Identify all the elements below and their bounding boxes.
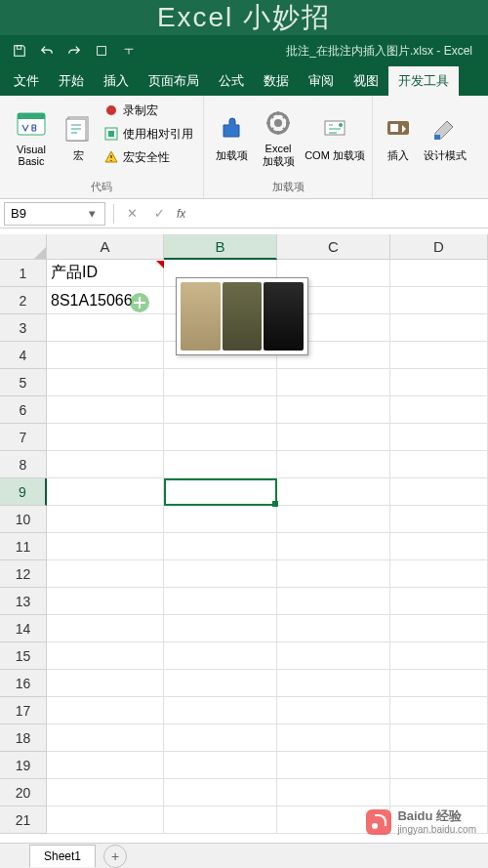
cell-C20[interactable] [277, 779, 390, 806]
comment-popup[interactable] [176, 277, 308, 355]
cell-C13[interactable] [277, 588, 390, 615]
cell-B8[interactable] [164, 451, 277, 478]
cell-B9[interactable] [164, 478, 277, 506]
select-all-corner[interactable] [0, 234, 47, 260]
row-header-17[interactable]: 17 [0, 697, 47, 724]
cell-B10[interactable] [164, 506, 277, 533]
cell-B20[interactable] [164, 779, 277, 806]
cell-D2[interactable] [390, 287, 488, 314]
cell-A4[interactable] [47, 342, 164, 369]
cell-B13[interactable] [164, 588, 277, 615]
cell-A9[interactable] [47, 478, 164, 506]
macros-button[interactable]: 宏 [61, 100, 96, 176]
excel-addins-button[interactable]: Excel 加载项 [257, 100, 300, 176]
col-header-A[interactable]: A [47, 234, 164, 260]
sheet-tab-sheet1[interactable]: Sheet1 [29, 845, 96, 867]
cell-A17[interactable] [47, 697, 164, 724]
cell-A19[interactable] [47, 752, 164, 779]
cell-A7[interactable] [47, 424, 164, 451]
cell-A1[interactable]: 产品ID [47, 260, 164, 287]
tab-home[interactable]: 开始 [49, 66, 94, 96]
row-header-11[interactable]: 11 [0, 533, 47, 560]
comment-indicator[interactable] [156, 261, 164, 269]
cell-C19[interactable] [277, 752, 390, 779]
cell-D12[interactable] [390, 560, 488, 588]
cell-D14[interactable] [390, 615, 488, 642]
enter-formula-button[interactable]: ✓ [145, 202, 173, 226]
addins-button[interactable]: 加载项 [210, 100, 253, 176]
cell-D13[interactable] [390, 588, 488, 615]
col-header-C[interactable]: C [277, 234, 390, 260]
cell-D4[interactable] [390, 342, 488, 369]
cell-A5[interactable] [47, 369, 164, 396]
cell-D18[interactable] [390, 724, 488, 752]
row-header-9[interactable]: 9 [0, 478, 47, 506]
cell-C16[interactable] [277, 670, 390, 697]
cell-B18[interactable] [164, 724, 277, 752]
cell-C7[interactable] [277, 424, 390, 451]
cell-D17[interactable] [390, 697, 488, 724]
cell-A13[interactable] [47, 588, 164, 615]
cell-B15[interactable] [164, 642, 277, 670]
row-header-21[interactable]: 21 [0, 806, 47, 834]
row-header-7[interactable]: 7 [0, 424, 47, 451]
cell-A16[interactable] [47, 670, 164, 697]
cell-C14[interactable] [277, 615, 390, 642]
row-header-1[interactable]: 1 [0, 260, 47, 287]
qat-customize-button[interactable] [90, 39, 113, 62]
undo-button[interactable] [35, 39, 59, 62]
relative-ref-button[interactable]: 使用相对引用 [100, 123, 197, 145]
cell-D8[interactable] [390, 451, 488, 478]
row-header-12[interactable]: 12 [0, 560, 47, 588]
name-box-dropdown-icon[interactable]: ▾ [85, 206, 99, 221]
visual-basic-button[interactable]: Visual Basic [6, 100, 57, 176]
row-header-3[interactable]: 3 [0, 314, 47, 342]
col-header-D[interactable]: D [390, 234, 488, 260]
cell-C6[interactable] [277, 396, 390, 424]
row-header-8[interactable]: 8 [0, 451, 47, 478]
cell-D9[interactable] [390, 478, 488, 506]
macro-security-button[interactable]: 宏安全性 [100, 146, 197, 168]
cell-C12[interactable] [277, 560, 390, 588]
cell-C18[interactable] [277, 724, 390, 752]
cell-A10[interactable] [47, 506, 164, 533]
cell-D11[interactable] [390, 533, 488, 560]
cell-A20[interactable] [47, 779, 164, 806]
cell-B11[interactable] [164, 533, 277, 560]
row-header-13[interactable]: 13 [0, 588, 47, 615]
qat-more-button[interactable] [117, 39, 141, 62]
cell-C9[interactable] [277, 478, 390, 506]
cell-A12[interactable] [47, 560, 164, 588]
row-header-10[interactable]: 10 [0, 506, 47, 533]
tab-review[interactable]: 审阅 [299, 66, 344, 96]
name-box[interactable]: B9 ▾ [4, 202, 105, 226]
cell-D1[interactable] [390, 260, 488, 287]
cell-C11[interactable] [277, 533, 390, 560]
cell-A21[interactable] [47, 806, 164, 834]
cell-A3[interactable] [47, 314, 164, 342]
cell-A14[interactable] [47, 615, 164, 642]
col-header-B[interactable]: B [164, 234, 277, 260]
cell-B16[interactable] [164, 670, 277, 697]
cell-D16[interactable] [390, 670, 488, 697]
row-header-15[interactable]: 15 [0, 642, 47, 670]
cell-D7[interactable] [390, 424, 488, 451]
cell-A6[interactable] [47, 396, 164, 424]
cell-B7[interactable] [164, 424, 277, 451]
tab-developer[interactable]: 开发工具 [388, 66, 459, 96]
fx-icon[interactable]: fx [177, 207, 185, 221]
com-addins-button[interactable]: COM 加载项 [304, 100, 366, 176]
tab-file[interactable]: 文件 [4, 66, 49, 96]
formula-input[interactable] [185, 202, 488, 226]
cell-D6[interactable] [390, 396, 488, 424]
add-sheet-button[interactable]: + [103, 845, 127, 868]
redo-button[interactable] [62, 39, 86, 62]
row-header-20[interactable]: 20 [0, 779, 47, 806]
cell-D19[interactable] [390, 752, 488, 779]
row-header-5[interactable]: 5 [0, 369, 47, 396]
save-button[interactable] [8, 39, 31, 62]
row-header-18[interactable]: 18 [0, 724, 47, 752]
record-macro-button[interactable]: 录制宏 [100, 100, 197, 121]
cell-D20[interactable] [390, 779, 488, 806]
tab-data[interactable]: 数据 [254, 66, 299, 96]
